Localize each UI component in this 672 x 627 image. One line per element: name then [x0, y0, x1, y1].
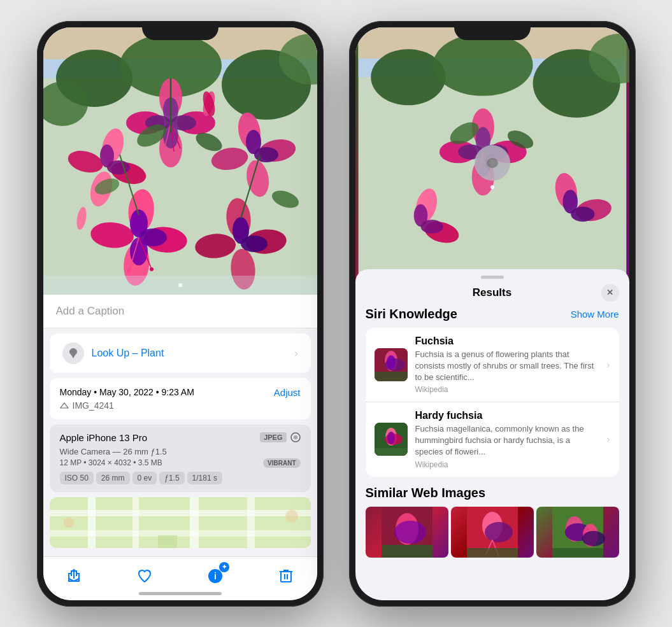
- fuchsia-chevron-icon: ›: [607, 360, 610, 370]
- phones-container: Add a Caption Look Up – Plant ›: [37, 21, 636, 607]
- hardy-fuchsia-thumbnail: [375, 423, 408, 456]
- svg-point-37: [130, 237, 148, 265]
- map-section[interactable]: [50, 497, 311, 548]
- home-indicator-1: [139, 592, 222, 595]
- similar-images-title: Similar Web Images: [366, 486, 619, 500]
- adjust-button[interactable]: Adjust: [274, 387, 301, 398]
- notch-1: [142, 21, 218, 40]
- info-button[interactable]: i ✦: [204, 565, 227, 588]
- results-header: Results ✕: [355, 284, 629, 307]
- svg-point-106: [387, 355, 396, 369]
- knowledge-card: Fuchsia Fuchsia is a genus of flowering …: [366, 328, 619, 477]
- similar-image-1[interactable]: [366, 507, 448, 558]
- svg-rect-74: [281, 572, 291, 582]
- svg-point-127: [582, 531, 605, 546]
- phone-1-screen: Add a Caption Look Up – Plant ›: [43, 27, 317, 600]
- meta-filename: IMG_4241: [60, 400, 301, 411]
- hardy-fuchsia-desc: Fuchsia magellanica, commonly known as t…: [415, 423, 599, 458]
- jpeg-badge: JPEG: [260, 432, 286, 442]
- svg-rect-63: [132, 497, 139, 548]
- phone-2-screen: Results ✕ Siri Knowledge Show More: [355, 27, 629, 600]
- fuchsia-desc: Fuchsia is a genus of flowering plants t…: [415, 349, 599, 384]
- lookup-label: Look Up – Plant: [92, 348, 164, 359]
- photo-dot-1: [178, 283, 182, 287]
- svg-rect-128: [552, 548, 603, 558]
- svg-rect-66: [50, 510, 311, 516]
- similar-image-2[interactable]: [451, 507, 534, 558]
- info-section-1: Add a Caption Look Up – Plant ›: [43, 295, 317, 556]
- delete-button[interactable]: [275, 565, 297, 588]
- meta-date: Monday • May 30, 2022 • 9:23 AM: [60, 387, 194, 397]
- similar-image-3[interactable]: [536, 507, 619, 558]
- svg-point-60: [294, 435, 297, 439]
- svg-point-95: [420, 220, 443, 234]
- similar-images-row: [366, 507, 619, 558]
- svg-rect-116: [382, 545, 433, 558]
- svg-rect-65: [247, 497, 255, 548]
- siri-visual-lookup-button[interactable]: [475, 145, 510, 181]
- exif-row: ISO 50 26 mm 0 ev ƒ1.5 1/181 s: [60, 472, 301, 484]
- svg-point-115: [394, 521, 426, 544]
- svg-rect-64: [190, 497, 199, 548]
- close-button[interactable]: ✕: [601, 284, 619, 302]
- svg-point-78: [371, 49, 445, 105]
- siri-dot: [490, 185, 494, 189]
- caption-area[interactable]: Add a Caption: [43, 295, 317, 328]
- exif-shutter: 1/181 s: [187, 472, 222, 484]
- svg-point-79: [433, 33, 533, 95]
- hardy-fuchsia-info: Hardy fuchsia Fuchsia magellanica, commo…: [415, 410, 599, 469]
- photo-area-1[interactable]: [43, 27, 317, 295]
- exif-focal: 26 mm: [96, 472, 130, 484]
- svg-rect-112: [375, 448, 408, 456]
- svg-rect-67: [50, 530, 311, 537]
- svg-rect-68: [158, 535, 177, 548]
- phone-1: Add a Caption Look Up – Plant ›: [37, 21, 324, 607]
- drag-handle[interactable]: [481, 276, 504, 279]
- favorite-button[interactable]: [133, 565, 156, 588]
- fuchsia-name: Fuchsia: [415, 335, 599, 347]
- knowledge-item-fuchsia[interactable]: Fuchsia Fuchsia is a genus of flowering …: [366, 328, 619, 402]
- svg-point-119: [485, 522, 513, 542]
- results-title: Results: [473, 286, 511, 299]
- siri-knowledge-header: Siri Knowledge Show More: [366, 307, 619, 321]
- svg-point-69: [64, 518, 74, 528]
- svg-point-102: [490, 160, 495, 166]
- lookup-row[interactable]: Look Up – Plant ›: [50, 334, 311, 373]
- exif-ev: 0 ev: [132, 472, 157, 484]
- lookup-chevron-icon: ›: [294, 348, 297, 359]
- svg-rect-122: [467, 548, 518, 558]
- hardy-fuchsia-name: Hardy fuchsia: [415, 410, 599, 421]
- svg-point-70: [285, 510, 298, 523]
- share-button[interactable]: [62, 565, 85, 588]
- fuchsia-source: Wikipedia: [415, 385, 599, 394]
- notch-2: [454, 21, 531, 40]
- camera-specs: 12 MP • 3024 × 4032 • 3.5 MB: [60, 458, 162, 467]
- svg-point-41: [127, 269, 131, 272]
- camera-section: Apple iPhone 13 Pro JPEG Wide Camera — 2…: [50, 425, 311, 492]
- svg-point-24: [107, 160, 130, 174]
- hardy-fuchsia-chevron-icon: ›: [607, 434, 610, 444]
- svg-point-99: [571, 206, 594, 221]
- svg-point-40: [150, 267, 154, 271]
- results-content: Siri Knowledge Show More: [355, 307, 629, 600]
- exif-iso: ISO 50: [60, 472, 94, 484]
- fuchsia-thumbnail: [375, 348, 408, 381]
- show-more-button[interactable]: Show More: [571, 309, 619, 320]
- hardy-fuchsia-source: Wikipedia: [415, 460, 599, 469]
- vibrant-badge: VIBRANT: [263, 458, 300, 468]
- siri-knowledge-title: Siri Knowledge: [366, 307, 457, 321]
- svg-rect-62: [88, 497, 96, 548]
- results-panel: Results ✕ Siri Knowledge Show More: [355, 269, 629, 600]
- camera-name: Apple iPhone 13 Pro: [60, 432, 148, 443]
- knowledge-item-hardy-fuchsia[interactable]: Hardy fuchsia Fuchsia magellanica, commo…: [366, 402, 619, 477]
- caption-placeholder: Add a Caption: [56, 305, 125, 317]
- svg-point-47: [241, 236, 268, 252]
- lookup-icon: [62, 342, 84, 364]
- meta-section: Monday • May 30, 2022 • 9:23 AM Adjust I…: [50, 378, 311, 419]
- fuchsia-info: Fuchsia Fuchsia is a genus of flowering …: [415, 335, 599, 395]
- phone-2: Results ✕ Siri Knowledge Show More: [349, 21, 636, 607]
- svg-rect-107: [375, 372, 408, 381]
- svg-point-111: [387, 432, 395, 444]
- camera-lens: Wide Camera — 26 mm ƒ1.5: [60, 447, 301, 456]
- svg-text:i: i: [214, 571, 217, 581]
